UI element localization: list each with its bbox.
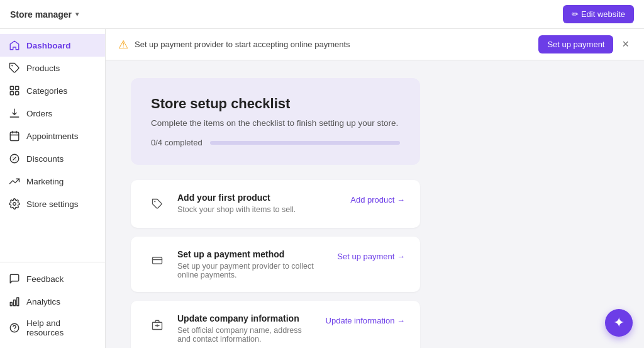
sidebar-label-discounts: Discounts	[26, 154, 64, 164]
svg-rect-3	[10, 92, 13, 95]
sidebar-label-appointments: Appointments	[26, 132, 79, 141]
sidebar-item-orders[interactable]: Orders	[0, 102, 105, 125]
edit-website-button[interactable]: ✏ Edit website	[563, 5, 634, 23]
task-desc-product: Stock your shop with items to sell.	[177, 205, 341, 214]
help-circle-icon	[9, 322, 20, 334]
sidebar-label-dashboard: Dashboard	[26, 41, 71, 50]
sidebar: Dashboard Products Categories Orders	[0, 29, 106, 348]
task-icon-payment	[146, 249, 169, 272]
content-area: ⚠ Set up payment provider to start accep…	[106, 29, 644, 348]
svg-rect-1	[10, 86, 13, 89]
discounts-icon	[9, 153, 20, 164]
checklist-subtitle: Complete the items on the checklist to f…	[151, 118, 400, 128]
sidebar-top: Dashboard Products Categories Orders	[0, 29, 105, 262]
progress-row: 0/4 completed	[151, 138, 400, 147]
svg-point-0	[11, 65, 13, 66]
fab-button[interactable]: ✦	[605, 309, 633, 337]
task-card-add-product: Add your first product Stock your shop w…	[131, 180, 420, 228]
sidebar-label-feedback: Feedback	[26, 274, 64, 284]
task-card-payment: Set up a payment method Set up your paym…	[131, 237, 420, 292]
task-desc-payment: Set up your payment provider to collect …	[177, 262, 328, 279]
task-title-product: Add your first product	[177, 193, 341, 203]
dashboard-scroll-content: Store setup checklist Complete the items…	[106, 60, 644, 348]
sidebar-label-help: Help and resources	[26, 318, 96, 337]
sidebar-item-categories[interactable]: Categories	[0, 79, 105, 102]
svg-point-12	[154, 201, 155, 202]
sidebar-label-orders: Orders	[26, 109, 52, 118]
fab-icon: ✦	[613, 315, 625, 331]
svg-point-11	[10, 323, 19, 332]
chevron-down-icon: ▾	[75, 11, 79, 18]
sidebar-bottom: Feedback Analytics Help and resources	[0, 262, 105, 348]
payment-banner: ⚠ Set up payment provider to start accep…	[106, 29, 644, 60]
task-card-company: Update company information Set official …	[131, 301, 420, 348]
home-icon	[9, 40, 20, 51]
svg-rect-2	[16, 86, 19, 89]
svg-rect-8	[10, 303, 12, 306]
svg-point-7	[13, 203, 16, 206]
task-title-company: Update company information	[177, 313, 317, 323]
setup-payment-action[interactable]: Set up payment →	[337, 249, 405, 261]
banner-close-button[interactable]: ×	[619, 38, 631, 51]
sidebar-label-products: Products	[26, 64, 60, 73]
add-product-action[interactable]: Add product →	[350, 193, 405, 205]
checklist-title: Store setup checklist	[151, 96, 400, 112]
task-info-company: Update company information Set official …	[177, 313, 317, 344]
trending-icon	[9, 176, 20, 187]
sidebar-item-help[interactable]: Help and resources	[0, 313, 105, 343]
update-info-action[interactable]: Update information →	[326, 313, 405, 325]
sidebar-item-dashboard[interactable]: Dashboard	[0, 34, 105, 57]
sidebar-label-marketing: Marketing	[26, 177, 64, 186]
sidebar-item-appointments[interactable]: Appointments	[0, 125, 105, 147]
svg-rect-4	[16, 92, 19, 95]
sidebar-item-marketing[interactable]: Marketing	[0, 170, 105, 193]
svg-rect-9	[14, 300, 16, 306]
task-icon-product	[146, 193, 169, 215]
banner-setup-payment-button[interactable]: Set up payment	[538, 35, 613, 53]
topbar: Store manager ▾ ✏ Edit website	[0, 0, 644, 29]
warning-icon: ⚠	[118, 38, 128, 52]
checklist-card: Store setup checklist Complete the items…	[131, 78, 420, 165]
sidebar-item-feedback[interactable]: Feedback	[0, 267, 105, 290]
task-info-payment: Set up a payment method Set up your paym…	[177, 249, 328, 279]
download-icon	[9, 108, 20, 119]
gear-icon	[9, 198, 20, 210]
store-manager-dropdown[interactable]: Store manager ▾	[10, 9, 79, 20]
svg-rect-13	[153, 257, 162, 264]
bar-chart-icon	[9, 296, 20, 307]
sidebar-item-discounts[interactable]: Discounts	[0, 147, 105, 170]
svg-rect-5	[10, 132, 19, 141]
task-icon-company	[146, 313, 169, 336]
sidebar-label-analytics: Analytics	[26, 297, 60, 306]
store-name-label: Store manager	[10, 9, 72, 20]
task-info-product: Add your first product Stock your shop w…	[177, 193, 341, 214]
calendar-icon	[9, 130, 20, 142]
sidebar-item-products[interactable]: Products	[0, 57, 105, 79]
svg-rect-10	[17, 298, 19, 306]
grid-icon	[9, 85, 20, 96]
progress-label: 0/4 completed	[151, 138, 203, 147]
sidebar-label-store-settings: Store settings	[26, 199, 79, 209]
progress-bar-background	[210, 141, 400, 145]
task-title-payment: Set up a payment method	[177, 249, 328, 259]
tag-icon	[9, 62, 20, 74]
sidebar-item-analytics[interactable]: Analytics	[0, 290, 105, 313]
message-icon	[9, 273, 20, 284]
main-layout: Dashboard Products Categories Orders	[0, 29, 644, 348]
sidebar-label-categories: Categories	[26, 86, 67, 96]
sidebar-item-store-settings[interactable]: Store settings	[0, 193, 105, 215]
task-desc-company: Set official company name, address and c…	[177, 326, 317, 344]
banner-text: Set up payment provider to start accepti…	[135, 40, 532, 49]
